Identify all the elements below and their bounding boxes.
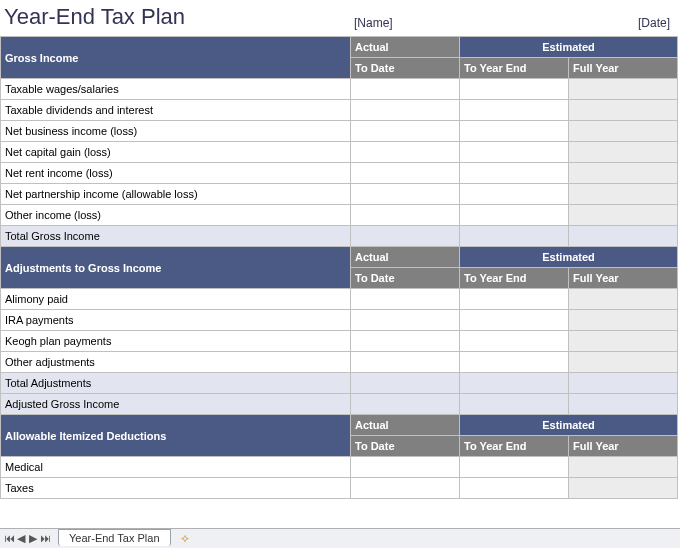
tab-nav: ⏮ ◀ ▶ ⏭ [0,532,54,545]
cell-to-year-end[interactable] [460,184,569,205]
cell-actual-to-date[interactable] [351,142,460,163]
row-label: Keogh plan payments [1,331,351,352]
cell-to-year-end[interactable] [460,352,569,373]
row-label: Taxes [1,478,351,499]
cell-to-year-end[interactable] [460,163,569,184]
column-header-estimated: Estimated [460,247,678,268]
cell-full-year[interactable] [569,184,678,205]
cell-to-year-end[interactable] [460,289,569,310]
total-label: Adjusted Gross Income [1,394,351,415]
cell-actual-to-date[interactable] [351,289,460,310]
row-label: Net business income (loss) [1,121,351,142]
cell-full-year[interactable] [569,121,678,142]
row-label: Other adjustments [1,352,351,373]
cell-to-year-end[interactable] [460,121,569,142]
column-header-actual: Actual [351,247,460,268]
cell-full-year[interactable] [569,205,678,226]
total-full-year [569,373,678,394]
sheet-tab-active[interactable]: Year-End Tax Plan [58,529,171,546]
cell-full-year[interactable] [569,163,678,184]
total-actual-to-date [351,226,460,247]
total-full-year [569,226,678,247]
sheet-tab-bar: ⏮ ◀ ▶ ⏭ Year-End Tax Plan ✧ [0,528,680,548]
new-sheet-icon[interactable]: ✧ [177,532,193,546]
row-label: Taxable wages/salaries [1,79,351,100]
row-label: Taxable dividends and interest [1,100,351,121]
cell-actual-to-date[interactable] [351,331,460,352]
tab-last-icon[interactable]: ⏭ [40,532,50,545]
column-header-to-date: To Date [351,58,460,79]
cell-to-year-end[interactable] [460,100,569,121]
cell-full-year[interactable] [569,457,678,478]
tax-table: Gross IncomeActualEstimatedTo DateTo Yea… [0,36,678,499]
cell-full-year[interactable] [569,352,678,373]
cell-actual-to-date[interactable] [351,79,460,100]
row-label: Net partnership income (allowable loss) [1,184,351,205]
cell-to-year-end[interactable] [460,205,569,226]
total-to-year-end [460,226,569,247]
column-header-full-year: Full Year [569,268,678,289]
total-label: Total Gross Income [1,226,351,247]
section-title: Gross Income [1,37,351,79]
cell-actual-to-date[interactable] [351,100,460,121]
tab-first-icon[interactable]: ⏮ [4,532,14,545]
tab-next-icon[interactable]: ▶ [28,532,38,545]
row-label: Medical [1,457,351,478]
column-header-to-date: To Date [351,436,460,457]
column-header-estimated: Estimated [460,37,678,58]
cell-actual-to-date[interactable] [351,457,460,478]
cell-full-year[interactable] [569,478,678,499]
total-actual-to-date [351,373,460,394]
tab-prev-icon[interactable]: ◀ [16,532,26,545]
total-actual-to-date [351,394,460,415]
column-header-full-year: Full Year [569,436,678,457]
section-title: Allowable Itemized Deductions [1,415,351,457]
cell-actual-to-date[interactable] [351,310,460,331]
cell-full-year[interactable] [569,79,678,100]
column-header-actual: Actual [351,37,460,58]
cell-actual-to-date[interactable] [351,352,460,373]
row-label: Net capital gain (loss) [1,142,351,163]
cell-full-year[interactable] [569,100,678,121]
cell-full-year[interactable] [569,142,678,163]
cell-full-year[interactable] [569,331,678,352]
cell-actual-to-date[interactable] [351,121,460,142]
row-label: IRA payments [1,310,351,331]
row-label: Other income (loss) [1,205,351,226]
total-full-year [569,394,678,415]
cell-actual-to-date[interactable] [351,205,460,226]
cell-full-year[interactable] [569,289,678,310]
cell-actual-to-date[interactable] [351,184,460,205]
total-to-year-end [460,373,569,394]
cell-to-year-end[interactable] [460,142,569,163]
cell-to-year-end[interactable] [460,331,569,352]
cell-to-year-end[interactable] [460,79,569,100]
row-label: Net rent income (loss) [1,163,351,184]
column-header-to-date: To Date [351,268,460,289]
section-title: Adjustments to Gross Income [1,247,351,289]
column-header-to-year-end: To Year End [460,436,569,457]
column-header-actual: Actual [351,415,460,436]
name-placeholder[interactable]: [Name] [354,16,474,30]
cell-actual-to-date[interactable] [351,163,460,184]
cell-to-year-end[interactable] [460,478,569,499]
column-header-estimated: Estimated [460,415,678,436]
cell-full-year[interactable] [569,310,678,331]
row-label: Alimony paid [1,289,351,310]
page-title: Year-End Tax Plan [4,4,354,30]
date-placeholder[interactable]: [Date] [474,16,672,30]
title-row: Year-End Tax Plan [Name] [Date] [0,0,680,36]
cell-to-year-end[interactable] [460,310,569,331]
column-header-to-year-end: To Year End [460,58,569,79]
cell-to-year-end[interactable] [460,457,569,478]
column-header-full-year: Full Year [569,58,678,79]
total-label: Total Adjustments [1,373,351,394]
total-to-year-end [460,394,569,415]
column-header-to-year-end: To Year End [460,268,569,289]
cell-actual-to-date[interactable] [351,478,460,499]
